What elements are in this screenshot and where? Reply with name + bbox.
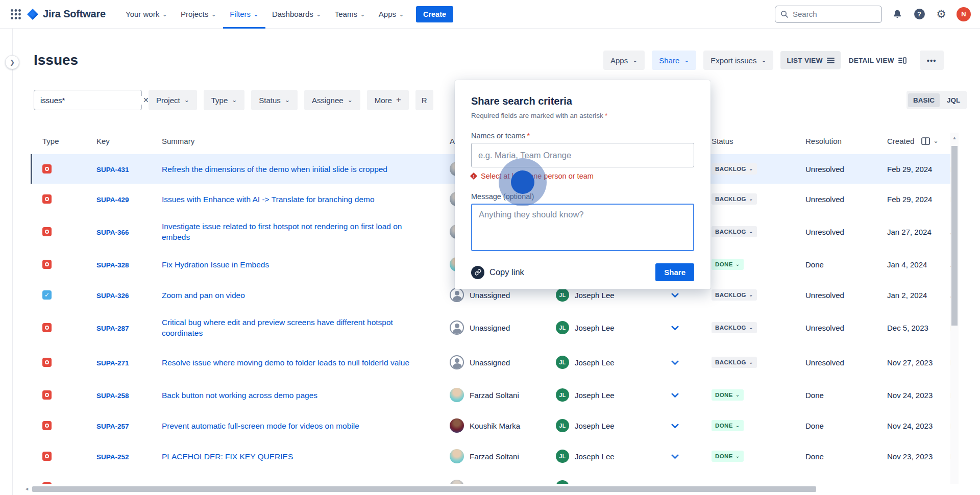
unassigned-avatar-icon xyxy=(450,355,464,369)
column-header-type[interactable]: Type xyxy=(32,137,92,145)
more-options-button[interactable]: ••• xyxy=(920,51,944,70)
horizontal-scroll-thumb[interactable] xyxy=(32,486,816,492)
filter-dropdown-status[interactable]: Status⌄ xyxy=(251,90,298,110)
issue-summary-link[interactable]: Investigate issue related to first hotsp… xyxy=(162,221,417,242)
resolution-text: Done xyxy=(801,452,883,461)
issue-search-input[interactable] xyxy=(40,96,142,105)
issue-key-link[interactable]: SUPA-431 xyxy=(96,166,129,174)
sidebar-expand-button[interactable]: ❯ xyxy=(5,55,19,69)
global-search-input[interactable] xyxy=(793,10,869,18)
issue-key-link[interactable]: SUPA-328 xyxy=(96,261,129,269)
column-header-summary[interactable]: Summary xyxy=(158,137,446,145)
vertical-scroll-thumb[interactable] xyxy=(951,146,958,326)
row-actions-dropdown[interactable] xyxy=(667,422,707,430)
status-dropdown[interactable]: BACKLOG⌄ xyxy=(712,193,757,205)
nav-item-teams[interactable]: Teams⌄ xyxy=(328,0,372,29)
apps-dropdown-button[interactable]: Apps ⌄ xyxy=(603,51,645,70)
filter-button-partial[interactable]: R xyxy=(415,90,433,110)
scroll-left-icon[interactable]: ◄ xyxy=(24,486,29,491)
issue-summary-link[interactable]: Back button not working across demo page… xyxy=(162,390,317,401)
row-actions-dropdown[interactable] xyxy=(667,358,707,367)
app-switcher-icon[interactable] xyxy=(10,9,21,20)
column-header-key[interactable]: Key xyxy=(92,137,158,145)
copy-link-button[interactable]: Copy link xyxy=(471,266,524,279)
settings-button[interactable]: ⚙ xyxy=(935,8,948,21)
issue-row[interactable]: SUPA-258Back button not working across d… xyxy=(31,380,972,410)
issue-summary-link[interactable]: Fix Hydration Issue in Embeds xyxy=(162,259,269,270)
create-button[interactable]: Create xyxy=(416,6,453,22)
row-actions-dropdown[interactable] xyxy=(667,391,707,400)
detail-view-button[interactable]: DETAIL VIEW xyxy=(843,51,913,69)
issue-summary-link[interactable]: Issues with Enhance with AI -> Translate… xyxy=(162,194,375,205)
issue-summary-link[interactable]: Critical bug where edit and preview scre… xyxy=(162,317,417,338)
nav-item-apps[interactable]: Apps⌄ xyxy=(372,0,411,29)
jira-logo[interactable]: Jira Software xyxy=(27,8,106,20)
issue-key-link[interactable]: SUPA-287 xyxy=(96,325,129,332)
issue-summary-link[interactable]: PLACEHOLDER: FIX KEY QUERIES xyxy=(162,451,293,462)
issue-key-link[interactable]: SUPA-366 xyxy=(96,229,129,236)
status-dropdown[interactable]: BACKLOG⌄ xyxy=(712,163,757,175)
notifications-button[interactable] xyxy=(891,8,904,21)
message-textarea[interactable] xyxy=(471,204,694,251)
bell-icon xyxy=(892,9,902,19)
issue-key-link[interactable]: SUPA-257 xyxy=(96,423,129,430)
scroll-up-icon[interactable]: ▲ xyxy=(950,133,959,140)
export-issues-button[interactable]: Export issues ⌄ xyxy=(703,51,773,70)
issue-key-link[interactable]: SUPA-429 xyxy=(96,196,129,204)
reporter-avatar: JL xyxy=(556,480,569,484)
filter-dropdown-type[interactable]: Type⌄ xyxy=(204,90,245,110)
user-avatar[interactable]: N xyxy=(957,7,971,21)
more-filters-button[interactable]: More + xyxy=(367,90,409,110)
row-actions-dropdown[interactable] xyxy=(667,452,707,461)
nav-item-dashboards[interactable]: Dashboards⌄ xyxy=(265,0,328,29)
column-header-created[interactable]: Created⌄ xyxy=(883,137,946,145)
chevron-down-icon: ⌄ xyxy=(736,263,740,266)
column-header-status[interactable]: Status xyxy=(707,137,801,145)
status-dropdown[interactable]: DONE⌄ xyxy=(712,389,744,401)
nav-item-filters[interactable]: Filters⌄ xyxy=(223,0,265,29)
names-input[interactable] xyxy=(471,143,694,167)
issue-search-field[interactable]: ✕ xyxy=(34,90,142,110)
issue-key-link[interactable]: SUPA-252 xyxy=(96,453,129,461)
issue-summary-link[interactable]: Zoom and pan on video xyxy=(162,290,245,301)
help-button[interactable]: ? xyxy=(913,8,926,21)
issue-row[interactable]: JLJoseph Lee xyxy=(31,472,972,484)
status-dropdown[interactable]: DONE⌄ xyxy=(712,259,744,270)
issue-summary-link[interactable]: Resolve issue where moving demo to folde… xyxy=(162,357,409,368)
nav-item-your-work[interactable]: Your work⌄ xyxy=(119,0,174,29)
column-header-resolution[interactable]: Resolution xyxy=(801,137,883,145)
filter-dropdown-project[interactable]: Project⌄ xyxy=(149,90,197,110)
issue-key-link[interactable]: SUPA-271 xyxy=(96,359,129,367)
jql-mode-button[interactable]: JQL xyxy=(942,93,965,107)
issue-key-link[interactable]: SUPA-258 xyxy=(96,392,129,400)
jira-logo-icon xyxy=(27,8,39,20)
issue-summary-link[interactable]: Refresh the dimensions of the demo when … xyxy=(162,164,387,175)
configure-columns-button[interactable]: ⌄ xyxy=(921,137,938,145)
issue-summary-link[interactable]: Prevent automatic full-screen mode for v… xyxy=(162,420,359,431)
share-dropdown-button[interactable]: Share ⌄ xyxy=(652,51,696,70)
status-dropdown[interactable]: BACKLOG⌄ xyxy=(712,226,757,237)
share-submit-button[interactable]: Share xyxy=(655,263,694,281)
vertical-scrollbar[interactable]: ▲ xyxy=(950,133,959,484)
global-search[interactable] xyxy=(775,6,882,23)
status-dropdown[interactable]: BACKLOG⌄ xyxy=(712,322,757,333)
issue-row[interactable]: SUPA-287Critical bug where edit and prev… xyxy=(31,310,972,345)
row-actions-dropdown[interactable] xyxy=(667,291,707,300)
status-dropdown[interactable]: DONE⌄ xyxy=(712,420,744,431)
status-dropdown[interactable]: BACKLOG⌄ xyxy=(712,289,757,301)
issue-row[interactable]: SUPA-257Prevent automatic full-screen mo… xyxy=(31,410,972,441)
horizontal-scrollbar[interactable]: ◄ xyxy=(24,484,969,494)
issue-row[interactable]: SUPA-252PLACEHOLDER: FIX KEY QUERIESFarz… xyxy=(31,441,972,472)
status-dropdown[interactable]: BACKLOG⌄ xyxy=(712,357,757,368)
nav-item-projects[interactable]: Projects⌄ xyxy=(174,0,223,29)
issue-row[interactable]: SUPA-271Resolve issue where moving demo … xyxy=(31,345,972,380)
bug-icon xyxy=(42,358,52,367)
status-dropdown[interactable]: DONE⌄ xyxy=(712,451,744,462)
row-actions-dropdown[interactable] xyxy=(667,324,707,332)
filter-dropdown-assignee[interactable]: Assignee⌄ xyxy=(304,90,360,110)
issue-key-link[interactable]: SUPA-326 xyxy=(96,292,129,300)
list-view-button[interactable]: LIST VIEW xyxy=(780,51,840,69)
sidebar-divider xyxy=(12,29,13,495)
basic-mode-button[interactable]: BASIC xyxy=(908,93,940,107)
more-dots-icon: ••• xyxy=(927,56,937,65)
